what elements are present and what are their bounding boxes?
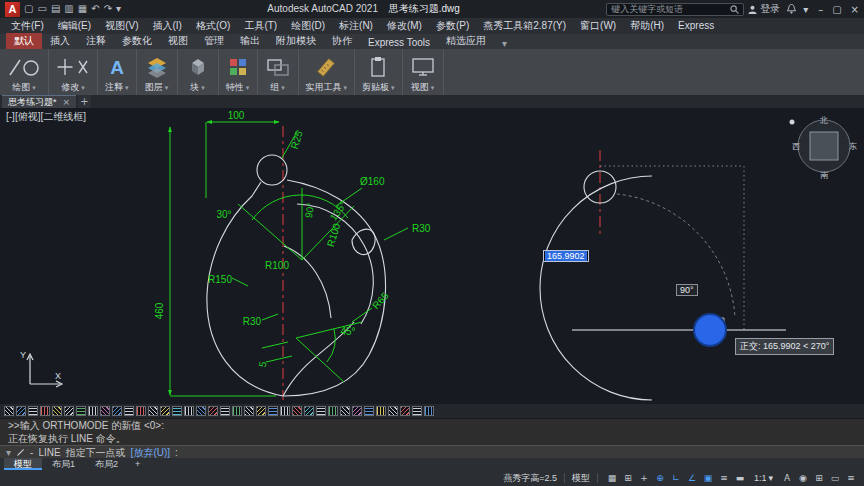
panel-label-annotation[interactable]: 注释 ▾ <box>105 81 129 94</box>
ribbon-collapse-icon[interactable]: ▾ <box>502 38 507 49</box>
menu-item-9[interactable]: 参数(P) <box>429 18 476 34</box>
dynamic-input-icon[interactable]: ⊕ <box>653 472 667 484</box>
ribbon-tab-8[interactable]: 协作 <box>324 33 360 49</box>
layout-tab-1[interactable]: 布局1 <box>42 458 85 470</box>
hatch-swatch[interactable] <box>100 406 110 416</box>
menu-item-5[interactable]: 工具(T) <box>237 18 284 34</box>
save-as-icon[interactable]: ▥ <box>64 0 73 18</box>
viewcube-face[interactable] <box>810 132 838 160</box>
ribbon-tab-0[interactable]: 默认 <box>6 33 42 49</box>
hatch-swatch[interactable] <box>88 406 98 416</box>
signin-button[interactable]: 登录 <box>748 2 780 16</box>
layout-tab-0[interactable]: 模型 <box>4 458 42 470</box>
hatch-swatch[interactable] <box>136 406 146 416</box>
panel-draw[interactable]: 绘图 ▾ <box>0 49 49 95</box>
close-button[interactable]: × <box>851 4 859 15</box>
save-icon[interactable]: ▤ <box>51 0 60 18</box>
panel-label-utilities[interactable]: 实用工具 ▾ <box>306 81 348 94</box>
drawing-canvas[interactable]: 100 R25 Ø160 90° 135° R30 30° R100 R100 … <box>0 108 864 404</box>
viewcube[interactable]: 北 南 西 东 <box>790 116 858 180</box>
grid-icon[interactable]: ▦ <box>605 472 619 484</box>
hatch-swatch[interactable] <box>280 406 290 416</box>
hatch-swatch[interactable] <box>184 406 194 416</box>
hatch-swatch[interactable] <box>292 406 302 416</box>
hatch-swatch[interactable] <box>412 406 422 416</box>
undo-icon[interactable]: ↶ <box>91 0 99 18</box>
annotation-visibility-icon[interactable]: A <box>780 472 794 484</box>
file-tab[interactable]: 思考练习题* × <box>2 95 76 108</box>
hatch-swatch[interactable] <box>124 406 134 416</box>
panel-label-block[interactable]: 块 ▾ <box>190 81 205 94</box>
layers-icon[interactable] <box>144 55 170 79</box>
infer-constraints-icon[interactable]: + <box>637 472 651 484</box>
menu-item-4[interactable]: 格式(O) <box>189 18 237 34</box>
clipboard-icon[interactable] <box>367 55 389 79</box>
viewport-controls-label[interactable]: [-][俯视][二维线框] <box>6 110 86 124</box>
hatch-swatch[interactable] <box>172 406 182 416</box>
menu-item-7[interactable]: 标注(N) <box>332 18 380 34</box>
hatch-swatch[interactable] <box>160 406 170 416</box>
menu-item-0[interactable]: 文件(F) <box>4 18 51 34</box>
layout-tab-2[interactable]: 布局2 <box>85 458 128 470</box>
annotation-icon[interactable]: A <box>106 55 128 79</box>
app-menu-dropdown-icon[interactable]: ▾ <box>803 4 808 15</box>
panel-label-properties[interactable]: 特性 ▾ <box>226 81 250 94</box>
ribbon-tab-9[interactable]: Express Tools <box>360 36 438 49</box>
viewcube-home-icon[interactable] <box>790 120 795 125</box>
panel-label-layers[interactable]: 图层 ▾ <box>145 81 169 94</box>
menu-item-11[interactable]: 窗口(W) <box>573 18 623 34</box>
open-icon[interactable]: ▭ <box>37 0 46 18</box>
hatch-swatch[interactable] <box>304 406 314 416</box>
hatch-swatch[interactable] <box>244 406 254 416</box>
ribbon-tab-6[interactable]: 输出 <box>232 33 268 49</box>
snap-mode-icon[interactable]: ⊞ <box>621 472 635 484</box>
panel-annotation[interactable]: A 注释 ▾ <box>98 49 137 95</box>
hatch-swatch[interactable] <box>424 406 434 416</box>
lineweight-icon[interactable]: ▬ <box>733 472 747 484</box>
hatch-swatch[interactable] <box>388 406 398 416</box>
menu-item-12[interactable]: 帮助(H) <box>623 18 671 34</box>
hatch-swatch[interactable] <box>64 406 74 416</box>
large-arc[interactable] <box>540 176 652 400</box>
panel-label-draw[interactable]: 绘图 ▾ <box>12 81 36 94</box>
hatch-swatch[interactable] <box>4 406 14 416</box>
ribbon-tab-3[interactable]: 参数化 <box>114 33 160 49</box>
ortho-mode-icon[interactable]: ∟ <box>669 472 683 484</box>
hatch-swatch[interactable] <box>256 406 266 416</box>
ribbon-tab-1[interactable]: 插入 <box>42 33 78 49</box>
hatch-swatch[interactable] <box>232 406 242 416</box>
hatch-swatch[interactable] <box>220 406 230 416</box>
menu-item-2[interactable]: 视图(V) <box>98 18 145 34</box>
bell-icon[interactable] <box>787 4 796 14</box>
polar-tracking-icon[interactable]: ∠ <box>685 472 699 484</box>
block-icon[interactable] <box>185 55 211 79</box>
properties-icon[interactable] <box>226 55 250 79</box>
autocad-logo-icon[interactable]: A <box>5 2 20 17</box>
clean-screen-icon[interactable]: ▭ <box>828 472 842 484</box>
ribbon-tab-10[interactable]: 精选应用 <box>438 33 494 49</box>
draw-tools-icon[interactable] <box>7 55 41 79</box>
menu-item-1[interactable]: 编辑(E) <box>51 18 98 34</box>
modify-tools-icon[interactable] <box>56 55 90 79</box>
annotation-scale-button[interactable]: 1:1 ▾ <box>754 473 773 483</box>
panel-properties[interactable]: 特性 ▾ <box>219 49 258 95</box>
cursor-point-marker[interactable] <box>694 314 726 346</box>
panel-clipboard[interactable]: 剪贴板 ▾ <box>355 49 403 95</box>
panel-label-group[interactable]: 组 ▾ <box>270 81 285 94</box>
dimension-labels[interactable]: 100 R25 Ø160 90° 135° R30 30° R100 R100 … <box>154 110 431 368</box>
panel-label-clipboard[interactable]: 剪贴板 ▾ <box>362 81 395 94</box>
hatch-swatch[interactable] <box>40 406 50 416</box>
panel-layers[interactable]: 图层 ▾ <box>137 49 178 95</box>
search-icon[interactable] <box>730 5 739 14</box>
hatch-swatch[interactable] <box>112 406 122 416</box>
minimize-button[interactable]: – <box>818 4 823 15</box>
ribbon-tab-7[interactable]: 附加模块 <box>268 33 324 49</box>
group-icon[interactable] <box>265 55 291 79</box>
hatch-swatch[interactable] <box>364 406 374 416</box>
dynamic-input-field[interactable]: 165.9902 <box>543 250 589 262</box>
object-snap-tracking-icon[interactable]: ≡ <box>717 472 731 484</box>
hatch-swatch[interactable] <box>340 406 350 416</box>
panel-utilities[interactable]: 实用工具 ▾ <box>299 49 356 95</box>
panel-label-modify[interactable]: 修改 ▾ <box>61 81 85 94</box>
annotation-monitor-icon[interactable]: ⊞ <box>812 472 826 484</box>
